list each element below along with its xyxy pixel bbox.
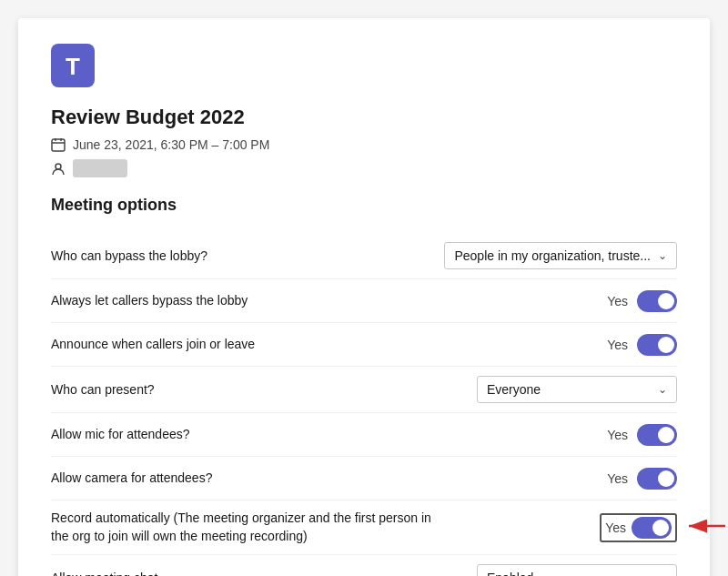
allow-mic-yes: Yes: [607, 428, 628, 442]
announce-join-control: Yes: [607, 334, 677, 356]
allow-chat-value: Enabled: [487, 571, 651, 576]
allow-chat-control: Enabled ⌄: [477, 564, 677, 576]
chevron-down-icon: ⌄: [658, 383, 667, 396]
who-present-value: Everyone: [487, 382, 651, 397]
organizer-row: [51, 159, 677, 177]
option-allow-mic: Allow mic for attendees? Yes: [51, 413, 677, 457]
record-auto-yes: Yes: [605, 520, 626, 535]
always-bypass-label: Always let callers bypass the lobby: [51, 292, 248, 310]
option-always-bypass: Always let callers bypass the lobby Yes: [51, 279, 677, 323]
allow-chat-dropdown[interactable]: Enabled ⌄: [477, 564, 677, 576]
chevron-down-icon: ⌄: [658, 571, 667, 576]
bypass-lobby-control: People in my organization, truste... ⌄: [444, 242, 677, 269]
option-allow-chat: Allow meeting chat Enabled ⌄: [51, 555, 677, 576]
always-bypass-toggle[interactable]: [637, 290, 677, 312]
bypass-lobby-label: Who can bypass the lobby?: [51, 248, 207, 266]
svg-rect-2: [52, 139, 65, 151]
person-icon: [51, 160, 66, 177]
option-record-auto: Record automatically (The meeting organi…: [51, 500, 677, 555]
option-announce-join: Announce when callers join or leave Yes: [51, 323, 677, 367]
announce-join-yes: Yes: [607, 338, 628, 352]
who-present-label: Who can present?: [51, 381, 155, 399]
bypass-lobby-dropdown[interactable]: People in my organization, truste... ⌄: [444, 242, 677, 269]
chevron-down-icon: ⌄: [658, 249, 667, 262]
record-auto-control: Yes: [600, 513, 677, 542]
who-present-control: Everyone ⌄: [477, 376, 677, 403]
calendar-icon: [51, 136, 66, 152]
bypass-lobby-value: People in my organization, truste...: [454, 248, 651, 263]
organizer-avatar: [73, 159, 127, 177]
teams-logo: T: [51, 44, 677, 106]
announce-join-label: Announce when callers join or leave: [51, 336, 255, 354]
allow-camera-yes: Yes: [607, 471, 628, 486]
option-bypass-lobby: Who can bypass the lobby? People in my o…: [51, 233, 677, 279]
meeting-title: Review Budget 2022: [51, 106, 677, 129]
red-arrow-indicator: [682, 512, 727, 543]
meeting-date-row: June 23, 2021, 6:30 PM – 7:00 PM: [51, 136, 677, 152]
meeting-date: June 23, 2021, 6:30 PM – 7:00 PM: [73, 137, 269, 152]
record-highlight-box: Yes: [600, 513, 677, 542]
record-auto-label: Record automatically (The meeting organi…: [51, 510, 433, 545]
allow-chat-label: Allow meeting chat: [51, 570, 158, 576]
announce-join-toggle[interactable]: [637, 334, 677, 356]
settings-card: T Review Budget 2022 June 23, 2021, 6:30…: [18, 18, 710, 576]
always-bypass-control: Yes: [607, 290, 677, 312]
option-who-present: Who can present? Everyone ⌄: [51, 367, 677, 413]
who-present-dropdown[interactable]: Everyone ⌄: [477, 376, 677, 403]
always-bypass-yes: Yes: [607, 294, 628, 308]
allow-mic-label: Allow mic for attendees?: [51, 426, 190, 444]
svg-point-6: [56, 164, 61, 169]
meeting-options: Who can bypass the lobby? People in my o…: [51, 233, 677, 576]
allow-camera-toggle[interactable]: [637, 468, 677, 490]
allow-camera-control: Yes: [607, 468, 677, 490]
section-title: Meeting options: [51, 196, 677, 215]
option-allow-camera: Allow camera for attendees? Yes: [51, 457, 677, 500]
record-auto-toggle[interactable]: [632, 517, 672, 539]
svg-text:T: T: [66, 53, 80, 80]
allow-camera-label: Allow camera for attendees?: [51, 470, 212, 488]
allow-mic-toggle[interactable]: [637, 424, 677, 446]
allow-mic-control: Yes: [607, 424, 677, 446]
